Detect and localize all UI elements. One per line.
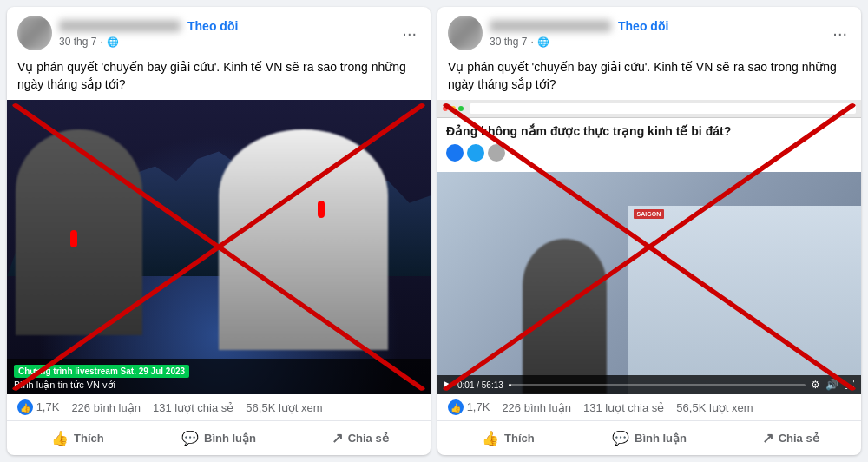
bank-building: SAIGON bbox=[628, 206, 861, 394]
share-action-icon-right: ↗ bbox=[762, 430, 773, 446]
video-time: 0:01 / 56:13 bbox=[457, 380, 503, 390]
twitter-share-icon bbox=[467, 144, 484, 162]
browser-address-bar bbox=[470, 103, 856, 114]
like-button-right[interactable]: 👍 Thích bbox=[437, 423, 579, 453]
article-image: SAIGON bbox=[437, 172, 861, 394]
post-stats-right: 👍 1,7K 226 bình luận 131 lượt chia sẻ 56… bbox=[437, 394, 861, 421]
user-name-blurred-right bbox=[490, 20, 611, 32]
like-action-icon-right: 👍 bbox=[482, 430, 499, 446]
share-action-icon-left: ↗ bbox=[332, 430, 343, 446]
post-meta-right: 30 thg 7 bbox=[490, 36, 822, 48]
follow-button-right[interactable]: Theo dõi bbox=[618, 19, 668, 33]
dot-separator bbox=[100, 36, 102, 48]
globe-icon-right bbox=[537, 36, 549, 48]
post-text-left: Vụ phán quyết 'chuyến bay giải cứu'. Kin… bbox=[7, 56, 431, 100]
livestream-sub-left: Bình luận tin tức VN với bbox=[14, 380, 424, 391]
avatar-left bbox=[17, 16, 52, 50]
comment-count-left: 226 bình luận bbox=[71, 401, 141, 414]
share-count-left: 131 lượt chia sẻ bbox=[153, 401, 233, 414]
fullscreen-icon[interactable]: ⛶ bbox=[844, 379, 854, 391]
post-card-right: Theo dõi 30 thg 7 ··· Vụ phán quyết 'chu… bbox=[437, 7, 861, 455]
progress-bar-fill bbox=[509, 384, 511, 386]
post-stats-left: 👍 1,7K 226 bình luận 131 lượt chia sẻ 56… bbox=[7, 394, 431, 421]
play-icon[interactable]: ▶ bbox=[444, 379, 452, 391]
video-controls: ▶ 0:01 / 56:13 ⚙ 🔊 ⛶ bbox=[437, 375, 861, 394]
person-silhouette bbox=[523, 239, 608, 394]
like-button-left[interactable]: 👍 Thích bbox=[7, 423, 148, 453]
other-share-icon bbox=[488, 144, 505, 162]
share-count-right: 131 lượt chia sẻ bbox=[583, 401, 664, 414]
article-title: Đảng không nắm được thực trạng kinh tế b… bbox=[446, 123, 852, 139]
comment-button-right[interactable]: 💬 Bình luận bbox=[579, 423, 720, 453]
view-count-right: 56,5K lượt xem bbox=[676, 401, 753, 414]
user-name-row-left: Theo dõi bbox=[59, 19, 391, 33]
like-count-right: 👍 1,7K bbox=[448, 399, 490, 415]
view-count-left: 56,5K lượt xem bbox=[246, 401, 322, 414]
bank-sign: SAIGON bbox=[634, 209, 665, 219]
livestream-tag-left: Chương trình livestream Sat. 29 Jul 2023 bbox=[14, 365, 189, 378]
post-actions-left: 👍 Thích 💬 Bình luận ↗ Chia sẻ bbox=[7, 421, 431, 455]
fb-share-icon bbox=[446, 144, 464, 162]
comment-action-icon-right: 💬 bbox=[612, 430, 629, 446]
comment-action-icon-left: 💬 bbox=[181, 430, 199, 446]
share-button-left[interactable]: ↗ Chia sẻ bbox=[289, 423, 431, 453]
like-icon-left: 👍 bbox=[17, 399, 33, 415]
share-button-right[interactable]: ↗ Chia sẻ bbox=[720, 423, 861, 453]
post-card-left: Theo dõi 30 thg 7 ··· Vụ phán quyết 'chu… bbox=[7, 7, 431, 455]
post-image-left: Chương trình livestream Sat. 29 Jul 2023… bbox=[7, 100, 431, 394]
comment-button-left[interactable]: 💬 Bình luận bbox=[148, 423, 290, 453]
more-options-right[interactable]: ··· bbox=[829, 23, 851, 43]
like-count-left: 👍 1,7K bbox=[17, 399, 59, 415]
article-image-wrapper: SAIGON ▶ 0:01 / 56:13 ⚙ 🔊 ⛶ bbox=[437, 172, 861, 394]
browser-dot-green bbox=[458, 106, 464, 111]
user-name-blurred-left bbox=[59, 20, 181, 32]
globe-icon-left bbox=[107, 36, 119, 48]
more-options-left[interactable]: ··· bbox=[398, 23, 420, 43]
browser-chrome bbox=[437, 100, 861, 118]
social-share-icons bbox=[446, 144, 852, 162]
post-image-right: Đảng không nắm được thực trạng kinh tế b… bbox=[437, 100, 861, 394]
like-action-icon-left: 👍 bbox=[51, 430, 69, 446]
browser-dot-yellow bbox=[450, 106, 456, 111]
post-meta-left: 30 thg 7 bbox=[59, 36, 391, 48]
post-header-left: Theo dõi 30 thg 7 ··· bbox=[7, 7, 431, 56]
post-text-right: Vụ phán quyết 'chuyến bay giải cứu'. Kin… bbox=[437, 56, 861, 100]
volume-icon[interactable]: 🔊 bbox=[825, 379, 838, 391]
post-header-info-right: Theo dõi 30 thg 7 bbox=[490, 19, 822, 48]
like-icon-right: 👍 bbox=[448, 399, 464, 415]
browser-dot-red bbox=[443, 106, 448, 111]
progress-bar[interactable] bbox=[509, 384, 806, 386]
user-name-row-right: Theo dõi bbox=[490, 19, 822, 33]
dot-separator-right bbox=[530, 36, 533, 48]
post-actions-right: 👍 Thích 💬 Bình luận ↗ Chia sẻ bbox=[437, 421, 861, 455]
article-content: Đảng không nắm được thực trạng kinh tế b… bbox=[437, 118, 861, 172]
post-header-right: Theo dõi 30 thg 7 ··· bbox=[437, 7, 861, 56]
post-header-info-left: Theo dõi 30 thg 7 bbox=[59, 19, 391, 48]
avatar-right bbox=[448, 16, 483, 50]
follow-button-left[interactable]: Theo dõi bbox=[187, 19, 238, 33]
comment-count-right: 226 bình luận bbox=[502, 401, 571, 414]
settings-icon[interactable]: ⚙ bbox=[811, 379, 820, 391]
